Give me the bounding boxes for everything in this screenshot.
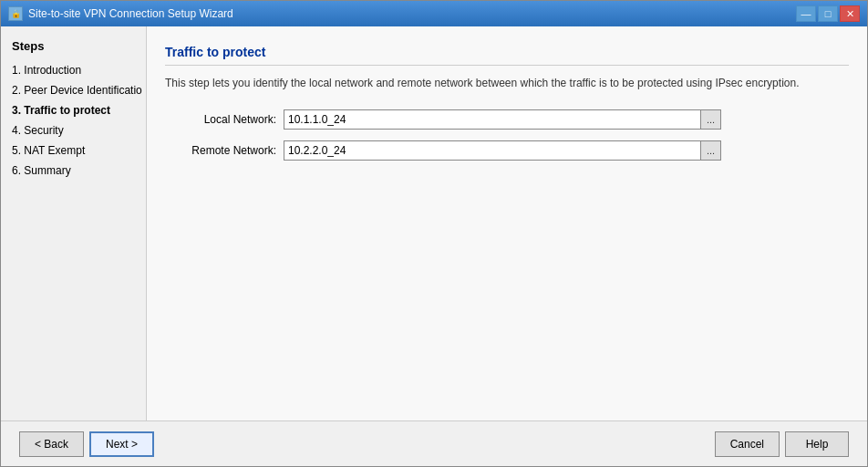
help-button[interactable]: Help (785, 431, 849, 457)
footer: < Back Next > Cancel Help (1, 420, 867, 466)
sidebar-item-label: Introduction (24, 64, 81, 77)
vpn-icon: 🔒 (8, 6, 23, 21)
next-button[interactable]: Next > (89, 431, 154, 457)
local-network-input-group: ... (284, 109, 721, 130)
remote-network-browse-button[interactable]: ... (701, 140, 721, 161)
sidebar-item-peer-device[interactable]: 2. Peer Device Identificatio (1, 80, 146, 100)
sidebar-title: Steps (1, 36, 146, 60)
title-bar-controls: — □ ✕ (796, 5, 860, 22)
sidebar-item-introduction[interactable]: 1. Introduction (1, 60, 146, 80)
sidebar-item-number: 4. (12, 124, 24, 137)
local-network-row: Local Network: ... (165, 109, 849, 130)
local-network-input[interactable] (284, 109, 701, 130)
sidebar-item-number: 1. (12, 64, 24, 77)
sidebar-item-label: Peer Device Identificatio (24, 84, 141, 97)
sidebar-item-number: 3. (12, 104, 24, 117)
sidebar-item-security[interactable]: 4. Security (1, 120, 146, 140)
window-title: Site-to-site VPN Connection Setup Wizard (28, 7, 233, 20)
minimize-button[interactable]: — (796, 5, 816, 22)
sidebar-item-label: Security (24, 124, 63, 137)
sidebar-item-label: Traffic to protect (24, 104, 110, 117)
sidebar-item-number: 6. (12, 164, 24, 177)
sidebar-item-summary[interactable]: 6. Summary (1, 161, 146, 181)
local-network-label: Local Network: (165, 113, 284, 126)
sidebar-item-label: Summary (24, 164, 70, 177)
cancel-button[interactable]: Cancel (715, 431, 780, 457)
window-body: Steps 1. Introduction 2. Peer Device Ide… (1, 26, 867, 466)
sidebar-item-number: 2. (12, 84, 24, 97)
remote-network-input-group: ... (284, 140, 721, 161)
remote-network-label: Remote Network: (165, 144, 284, 157)
remote-network-input[interactable] (284, 140, 701, 161)
content-description: This step lets you identify the local ne… (165, 75, 849, 91)
content-title: Traffic to protect (165, 45, 849, 66)
content-area: Traffic to protect This step lets you id… (147, 26, 867, 420)
title-bar: 🔒 Site-to-site VPN Connection Setup Wiza… (1, 1, 867, 26)
title-bar-left: 🔒 Site-to-site VPN Connection Setup Wiza… (8, 6, 233, 21)
back-button[interactable]: < Back (19, 431, 84, 457)
sidebar-item-traffic[interactable]: 3. Traffic to protect (1, 100, 146, 120)
sidebar-item-number: 5. (12, 144, 24, 157)
local-network-browse-button[interactable]: ... (701, 109, 721, 130)
main-area: Steps 1. Introduction 2. Peer Device Ide… (1, 26, 867, 420)
sidebar: Steps 1. Introduction 2. Peer Device Ide… (1, 26, 147, 420)
footer-right: Cancel Help (715, 431, 849, 457)
footer-left: < Back Next > (19, 431, 154, 457)
sidebar-item-label: NAT Exempt (24, 144, 85, 157)
close-button[interactable]: ✕ (840, 5, 860, 22)
wizard-window: 🔒 Site-to-site VPN Connection Setup Wiza… (0, 0, 868, 467)
maximize-button[interactable]: □ (818, 5, 838, 22)
sidebar-item-nat-exempt[interactable]: 5. NAT Exempt (1, 140, 146, 161)
remote-network-row: Remote Network: ... (165, 140, 849, 161)
